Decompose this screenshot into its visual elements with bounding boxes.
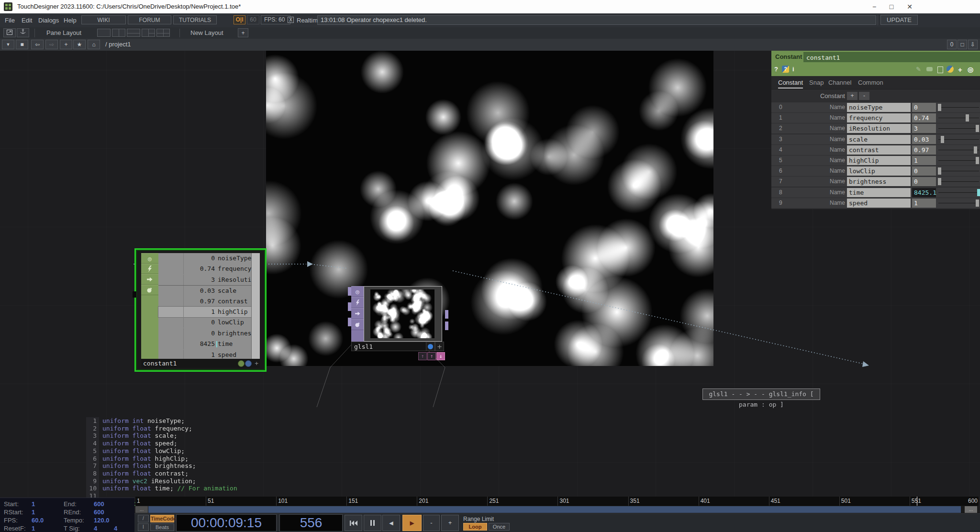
play-button[interactable]: ▶ — [402, 515, 422, 531]
node-input-connector[interactable] — [348, 302, 351, 311]
node-input-connector[interactable] — [348, 287, 351, 296]
parameter-slider[interactable] — [938, 145, 979, 155]
parameter-value-field[interactable]: 0 — [912, 177, 936, 186]
parameter-slider[interactable] — [938, 123, 979, 133]
integer-frame-button[interactable]: I — [138, 523, 149, 531]
close-icon[interactable]: ✕ — [902, 2, 918, 11]
timeline-info-value[interactable]: 600 — [94, 500, 104, 508]
back-arrow-icon[interactable]: ⇦ — [31, 40, 44, 49]
pencil-icon[interactable]: ✎ — [916, 66, 921, 73]
stop-icon[interactable]: ■ — [16, 40, 28, 49]
node-viewer-icon[interactable]: ◎ — [141, 253, 158, 264]
info-icon[interactable]: i — [792, 66, 794, 73]
target-icon[interactable]: ◎ — [968, 66, 973, 73]
slider-handle[interactable] — [977, 189, 980, 196]
timeline-info-value[interactable]: 4 — [94, 525, 97, 532]
node-input-connector[interactable] — [133, 291, 136, 298]
forward-arrow-icon[interactable]: ⇨ — [45, 40, 58, 49]
once-button[interactable]: Once — [489, 523, 510, 531]
copy-page-icon[interactable] — [937, 66, 943, 73]
menu-help[interactable]: Help — [64, 16, 77, 24]
menu-file[interactable]: File — [5, 16, 15, 24]
timeline-range-bar[interactable]: ... ... — [135, 506, 979, 513]
playhead[interactable] — [917, 497, 917, 506]
range-end-handle[interactable]: ... — [965, 506, 977, 513]
parameter-name-field[interactable]: frequency — [847, 113, 911, 122]
loop-button[interactable]: Loop — [463, 523, 487, 531]
range-start-handle[interactable]: ... — [135, 506, 148, 513]
parameter-slider[interactable] — [938, 155, 979, 166]
pane-window-icon[interactable] — [3, 28, 16, 37]
step-back-button[interactable]: ◀ — [382, 515, 400, 531]
parameter-value-field[interactable]: 0 — [912, 103, 936, 112]
anchor-icon[interactable] — [17, 28, 29, 37]
remove-row-button[interactable]: - — [859, 92, 869, 100]
layout-three-pane-button[interactable] — [142, 29, 155, 37]
parameter-name-field[interactable]: noiseType — [847, 103, 911, 112]
timecode-toggle[interactable]: TimeCode — [150, 515, 174, 522]
node-bomb-icon[interactable] — [141, 285, 158, 295]
slider-handle[interactable] — [974, 146, 977, 154]
timeline-info-value[interactable]: 120.0 — [94, 517, 110, 524]
home-icon[interactable]: ⌂ — [88, 40, 100, 49]
update-button[interactable]: UPDATE — [880, 15, 918, 25]
timeline-info-value[interactable]: 1 — [32, 525, 35, 532]
parameter-name-field[interactable]: scale — [847, 135, 911, 144]
add-icon[interactable]: + — [60, 40, 72, 49]
layout-split-vertical-button[interactable] — [112, 29, 125, 37]
node-export-icon[interactable] — [141, 274, 158, 285]
node-export-icon[interactable] — [351, 308, 364, 319]
timeline-info-value[interactable]: 1 — [32, 509, 35, 516]
menu-dialogs[interactable]: Dialogs — [38, 16, 59, 24]
pane-maximize-icon[interactable]: □ — [958, 40, 967, 49]
flag-up-icon[interactable]: ↑ — [418, 352, 427, 360]
menu-edit[interactable]: Edit — [22, 16, 32, 24]
slider-handle[interactable] — [938, 104, 941, 111]
slider-handle[interactable] — [938, 167, 941, 175]
add-layout-button[interactable]: + — [238, 28, 248, 37]
link-button-wiki[interactable]: WIKI — [81, 15, 126, 24]
link-button-forum[interactable]: FORUM — [128, 15, 171, 24]
parameter-name-field[interactable]: time — [847, 188, 911, 197]
operator-name-field[interactable]: constant1 — [803, 52, 980, 62]
glsl1-node[interactable]: ◎ glsl1 + ↑ ↑ ↓ — [348, 284, 452, 362]
add-row-button[interactable]: + — [847, 92, 858, 100]
timeline-info-value[interactable]: 600 — [94, 509, 104, 516]
timeline-ruler[interactable]: 151101151201251301351401451501551 600 — [135, 497, 979, 506]
pause-button[interactable] — [364, 515, 381, 531]
counter-button[interactable]: 0 — [947, 40, 957, 49]
timeline-info-value[interactable]: 1 — [32, 500, 35, 508]
tab-snap[interactable]: Snap — [809, 79, 824, 86]
parameter-name-field[interactable]: brightness — [847, 177, 911, 186]
parameter-name-field[interactable]: highClip — [847, 156, 911, 165]
chevron-down-icon[interactable]: ▼ — [2, 40, 14, 49]
fps-field[interactable]: FPS: 60 — [261, 15, 290, 24]
parameter-value-field[interactable]: 0.74 — [912, 113, 936, 122]
slider-handle[interactable] — [966, 114, 969, 122]
skip-to-start-button[interactable] — [345, 515, 362, 531]
parameter-slider[interactable] — [938, 188, 979, 198]
star-icon[interactable]: ★ — [73, 40, 86, 49]
parameter-value-field[interactable]: 0.03 — [912, 135, 936, 144]
slider-handle[interactable] — [976, 125, 979, 132]
parameter-name-field[interactable]: contrast — [847, 145, 911, 155]
flag-down-icon[interactable]: ↓ — [436, 352, 445, 360]
parameter-slider[interactable] — [938, 198, 979, 208]
constant1-node[interactable]: ◎ 0noiseType0.74frequency3iResolution0.0… — [134, 248, 267, 372]
node-output-connector[interactable] — [445, 310, 448, 319]
parameter-value-field[interactable]: 0 — [912, 166, 936, 176]
parameter-name-field[interactable]: speed — [847, 199, 911, 208]
timeline-info-value[interactable]: 60.0 — [32, 517, 44, 524]
parameter-slider[interactable] — [938, 113, 979, 123]
parameter-slider[interactable] — [938, 177, 979, 187]
parameter-value-field[interactable]: 3 — [912, 124, 936, 133]
node-bomb-icon[interactable] — [351, 319, 364, 330]
flag-up2-icon[interactable]: ↑ — [427, 352, 436, 360]
node-plus-icon[interactable]: + — [255, 359, 258, 368]
tab-channel[interactable]: Channel — [828, 79, 851, 86]
node-plus-icon[interactable]: + — [435, 342, 444, 351]
timeline-info-value[interactable]: 4 — [114, 525, 117, 532]
node-green-flag[interactable] — [238, 360, 245, 367]
frame-plus-button[interactable]: + — [441, 515, 459, 531]
pane-down-icon[interactable]: ⇩ — [968, 40, 978, 49]
